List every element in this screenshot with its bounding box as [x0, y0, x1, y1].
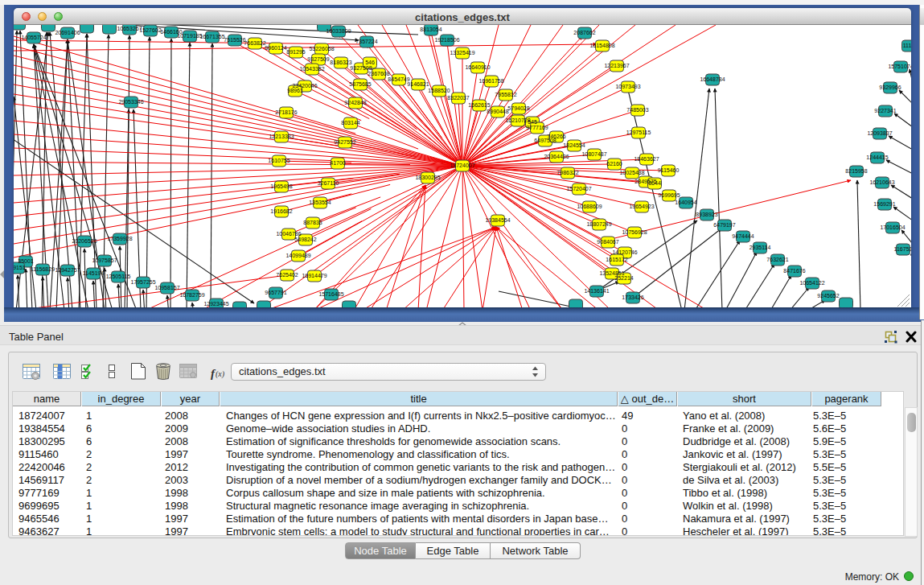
- svg-text:5794028: 5794028: [507, 105, 529, 111]
- svg-text:9474444: 9474444: [732, 233, 754, 239]
- svg-text:98961: 98961: [287, 88, 303, 93]
- svg-text:9327509: 9327509: [307, 56, 329, 62]
- svg-text:10756928: 10756928: [622, 229, 647, 235]
- svg-text:19384554: 19384554: [485, 217, 510, 223]
- svg-text:12942757: 12942757: [55, 267, 80, 273]
- svg-text:16210728: 16210728: [505, 117, 530, 123]
- svg-text:1117: 1117: [903, 43, 911, 48]
- svg-text:2087662: 2087662: [573, 30, 595, 35]
- svg-text:10958157: 10958157: [154, 285, 179, 290]
- svg-text:20364436: 20364436: [544, 154, 569, 159]
- svg-text:16914479: 16914479: [302, 273, 326, 278]
- svg-text:14099489: 14099489: [285, 253, 310, 258]
- svg-text:891295: 891295: [286, 49, 305, 55]
- svg-text:53226058: 53226058: [309, 46, 334, 51]
- svg-text:8960124: 8960124: [265, 45, 286, 51]
- svg-text:7986322: 7986322: [556, 170, 578, 175]
- svg-text:1916682: 1916682: [270, 208, 292, 214]
- svg-text:9657791: 9657791: [265, 290, 286, 295]
- svg-text:545: 545: [528, 119, 537, 125]
- svg-text:2367608: 2367608: [368, 71, 389, 76]
- svg-text:62160: 62160: [606, 161, 622, 167]
- svg-text:1615172: 1615172: [606, 257, 627, 262]
- svg-text:18463627: 18463627: [634, 156, 659, 162]
- svg-text:16154808: 16154808: [589, 43, 614, 48]
- svg-text:7663822: 7663822: [244, 40, 265, 46]
- svg-text:8471676: 8471676: [783, 268, 805, 274]
- svg-text:546: 546: [365, 60, 375, 65]
- svg-text:803144: 803144: [341, 120, 359, 126]
- svg-text:39151: 39151: [14, 265, 26, 270]
- svg-text:746266: 746266: [547, 134, 565, 139]
- svg-text:2935114: 2935114: [749, 245, 771, 250]
- svg-text:18724007: 18724007: [450, 163, 474, 168]
- svg-text:12093837: 12093837: [867, 130, 892, 136]
- svg-text:20691406: 20691406: [55, 30, 80, 35]
- svg-text:8186323: 8186323: [330, 60, 351, 65]
- svg-text:1610755: 1610755: [268, 158, 290, 163]
- svg-text:6479197: 6479197: [713, 222, 735, 228]
- svg-text:1569291: 1569291: [873, 201, 895, 207]
- svg-text:9242848: 9242848: [344, 100, 366, 105]
- svg-text:17359928: 17359928: [107, 236, 132, 241]
- svg-text:19218506: 19218506: [434, 37, 459, 43]
- svg-text:(x): (x): [216, 369, 225, 379]
- svg-text:116753: 116753: [894, 246, 911, 252]
- svg-text:16033809: 16033809: [326, 28, 351, 34]
- svg-text:8644: 8644: [648, 180, 661, 186]
- svg-text:9427552: 9427552: [334, 139, 355, 145]
- svg-text:252214: 252214: [614, 275, 633, 281]
- svg-text:14055724: 14055724: [21, 35, 46, 40]
- svg-text:9227341: 9227341: [874, 108, 896, 113]
- svg-text:7955812: 7955812: [495, 92, 516, 97]
- svg-text:7485003: 7485003: [626, 107, 648, 113]
- svg-text:10975857: 10975857: [92, 257, 117, 263]
- svg-text:1588520: 1588520: [428, 88, 450, 93]
- svg-text:12975115: 12975115: [626, 130, 651, 135]
- svg-text:9146821: 9146821: [407, 81, 429, 87]
- svg-text:10543382: 10543382: [299, 66, 324, 72]
- svg-text:20206526: 20206526: [72, 238, 97, 244]
- svg-text:11156829: 11156829: [31, 266, 55, 272]
- svg-text:19654923: 19654923: [629, 204, 654, 209]
- svg-text:17016504: 17016504: [880, 225, 905, 230]
- svg-text:887833: 887833: [303, 220, 322, 225]
- svg-text:9327508: 9327508: [350, 65, 372, 71]
- svg-text:18807249: 18807249: [586, 221, 611, 227]
- svg-text:8990448: 8990448: [487, 109, 508, 114]
- svg-text:12213967: 12213967: [604, 63, 629, 68]
- svg-text:16648784: 16648784: [700, 76, 725, 82]
- svg-text:35001: 35001: [18, 258, 34, 264]
- svg-text:8322037: 8322037: [447, 95, 469, 101]
- svg-text:10653267: 10653267: [117, 26, 142, 31]
- svg-text:14136141: 14136141: [584, 288, 609, 294]
- svg-text:1640954: 1640954: [675, 200, 696, 205]
- svg-text:17957255: 17957255: [130, 279, 155, 285]
- svg-text:15751074: 15751074: [888, 64, 911, 69]
- svg-text:1733426: 1733426: [622, 295, 643, 300]
- svg-text:3267110: 3267110: [318, 180, 339, 186]
- svg-text:2718176: 2718176: [275, 109, 297, 115]
- svg-text:8813054: 8813054: [420, 27, 441, 32]
- svg-text:10719185: 10719185: [177, 33, 202, 39]
- svg-text:1145194: 1145194: [83, 270, 105, 276]
- svg-text:15716485: 15716485: [318, 291, 343, 297]
- svg-text:16782759: 16782759: [179, 292, 204, 298]
- svg-text:9777169: 9777169: [526, 125, 548, 130]
- svg-text:7625402: 7625402: [276, 272, 298, 278]
- svg-text:1353554: 1353554: [309, 200, 331, 205]
- svg-text:10025438: 10025438: [619, 170, 644, 175]
- svg-text:5498242: 5498242: [294, 237, 316, 242]
- svg-text:1965498: 1965498: [270, 183, 292, 189]
- svg-text:12505115: 12505115: [106, 274, 131, 279]
- svg-text:8938923: 8938923: [696, 212, 717, 217]
- svg-text:29053346: 29053346: [118, 99, 143, 105]
- svg-text:10973493: 10973493: [615, 84, 640, 89]
- svg-text:9245652: 9245652: [817, 293, 839, 299]
- svg-text:9115460: 9115460: [658, 167, 680, 173]
- svg-text:1527602: 1527602: [139, 27, 161, 33]
- svg-text:1244415: 1244415: [866, 154, 888, 160]
- svg-text:7515526: 7515526: [224, 37, 245, 43]
- svg-text:13325419: 13325419: [450, 50, 474, 56]
- svg-text:9084067: 9084067: [597, 239, 618, 245]
